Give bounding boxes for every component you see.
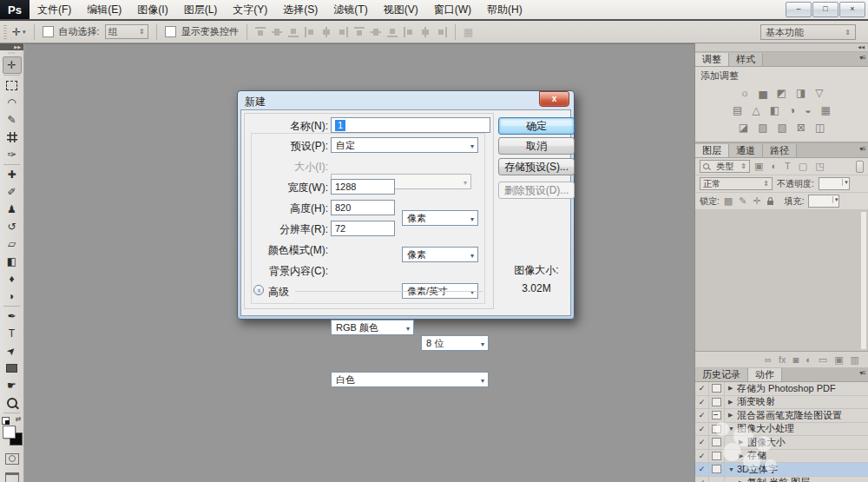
preset-dropdown[interactable]: 自定	[331, 137, 478, 153]
blur-tool[interactable]: ♦	[3, 270, 22, 287]
height-input[interactable]: 820	[331, 200, 395, 215]
action-dialog-toggle[interactable]	[709, 477, 725, 482]
background-dropdown[interactable]: 白色	[331, 372, 489, 387]
filter-smart-objects-icon[interactable]: ◳	[815, 162, 824, 171]
color-mode-dropdown[interactable]: RGB 颜色	[331, 320, 414, 335]
eraser-tool[interactable]: ▱	[3, 235, 22, 253]
quick-mask-button[interactable]	[5, 453, 19, 465]
screen-mode-button[interactable]	[5, 472, 19, 482]
link-layers-icon[interactable]: ∞	[765, 355, 772, 365]
menu-item-8[interactable]: 窗口(W)	[426, 0, 479, 19]
panel-menu-icon[interactable]: ▾≡	[859, 145, 865, 153]
menu-item-0[interactable]: 文件(F)	[30, 0, 79, 19]
actions-tab-0[interactable]: 历史记录	[695, 368, 748, 381]
resolution-input[interactable]: 72	[331, 221, 395, 236]
adjustments-tab-0[interactable]: 调整	[695, 53, 729, 66]
layer-group-icon[interactable]: ▭	[819, 355, 827, 365]
action-include-check[interactable]: ✓	[695, 436, 709, 449]
path-selection-tool[interactable]: ➤	[3, 342, 22, 360]
action-row[interactable]: ✓▶渐变映射	[695, 396, 868, 410]
layers-tab-1[interactable]: 通道	[729, 144, 763, 157]
action-dialog-toggle[interactable]	[709, 409, 725, 422]
spot-healing-brush-tool[interactable]: ✚	[3, 166, 22, 183]
clone-stamp-tool[interactable]: ♟	[3, 201, 22, 218]
action-include-check[interactable]: ✓	[695, 409, 709, 422]
toolbar-grip[interactable]: ┉┉	[0, 50, 23, 56]
maximize-button[interactable]: □	[812, 2, 838, 17]
history-brush-tool[interactable]: ↺	[3, 218, 22, 235]
menu-item-5[interactable]: 选择(S)	[275, 0, 326, 19]
action-include-check[interactable]: ✓	[695, 463, 709, 476]
hand-tool[interactable]: ☛	[3, 377, 22, 394]
filter-toggle-switch[interactable]	[856, 161, 864, 173]
quick-selection-tool[interactable]: ✎	[3, 111, 22, 129]
move-tool-options-icon[interactable]: ✛ ▾	[12, 26, 26, 38]
advanced-expander-icon[interactable]: »	[253, 285, 264, 295]
menu-item-4[interactable]: 文字(Y)	[225, 0, 275, 19]
auto-select-dropdown[interactable]: 组 ⇕	[105, 24, 148, 39]
zoom-tool[interactable]	[3, 394, 22, 412]
menu-item-7[interactable]: 视图(V)	[376, 0, 426, 19]
width-unit-dropdown[interactable]: 像素	[402, 210, 478, 226]
layer-effects-icon[interactable]: fx	[779, 355, 786, 365]
color-swatches[interactable]: ⇄	[2, 417, 23, 446]
menu-item-1[interactable]: 编辑(E)	[79, 0, 129, 19]
action-dialog-toggle[interactable]	[709, 463, 725, 476]
filter-type-layers-icon[interactable]: T	[785, 162, 791, 171]
save-preset-button[interactable]: 存储预设(S)...	[498, 158, 575, 175]
minimize-button[interactable]: –	[786, 2, 812, 17]
menu-item-2[interactable]: 图像(I)	[129, 0, 175, 19]
blend-mode-dropdown[interactable]: 正常 ⇕	[700, 177, 773, 190]
filter-shape-layers-icon[interactable]: ▢	[799, 162, 807, 171]
collapse-arrow-icon[interactable]: ▼	[728, 466, 737, 472]
layers-tab-0[interactable]: 图层	[695, 144, 729, 157]
workspace-switcher[interactable]: 基本功能 ⇕	[760, 24, 856, 40]
collapse-panels-button[interactable]: ◀◀	[695, 43, 868, 52]
action-include-check[interactable]: ✓	[695, 396, 709, 409]
action-dialog-toggle[interactable]	[709, 382, 725, 395]
height-unit-dropdown[interactable]: 像素	[402, 247, 478, 262]
swap-colors-icon[interactable]: ⇄	[16, 415, 22, 423]
action-row[interactable]: ✓▶图像大小	[695, 436, 868, 450]
layer-mask-icon[interactable]: ◙	[792, 355, 799, 365]
dialog-title-bar[interactable]: 新建 x	[240, 94, 571, 109]
close-button[interactable]: ×	[839, 2, 865, 17]
action-row[interactable]: ✓▶存储	[695, 450, 868, 464]
lasso-tool[interactable]: ◠	[3, 94, 22, 111]
shape-tool[interactable]	[3, 360, 22, 377]
bit-depth-dropdown[interactable]: 8 位	[421, 335, 489, 351]
rectangular-marquee-tool[interactable]	[3, 76, 22, 94]
action-dialog-toggle[interactable]	[709, 396, 725, 409]
action-include-check[interactable]: ✓	[695, 382, 709, 395]
show-transform-checkbox[interactable]	[165, 26, 176, 37]
type-tool[interactable]: T	[3, 325, 22, 342]
gradient-tool[interactable]: ◧	[3, 253, 22, 270]
dodge-tool[interactable]: ◗	[3, 287, 22, 305]
name-input[interactable]: 1	[331, 117, 490, 133]
auto-select-checkbox[interactable]	[43, 26, 54, 37]
pen-tool[interactable]: ✒	[3, 307, 22, 325]
delete-layer-icon[interactable]: ▥	[851, 355, 859, 365]
action-row[interactable]: ✓▶混合器画笔克隆绘图设置	[695, 409, 868, 423]
action-include-check[interactable]: ✓	[695, 423, 709, 436]
expand-arrow-icon[interactable]: ▶	[728, 385, 737, 392]
layers-tab-2[interactable]: 路径	[763, 144, 797, 157]
default-colors-icon[interactable]	[2, 417, 10, 425]
panel-menu-icon[interactable]: ▾≡	[859, 54, 865, 62]
action-row[interactable]: ✓▶复制 当前 图层	[695, 477, 868, 482]
brush-tool[interactable]: ✐	[3, 183, 22, 201]
new-layer-icon[interactable]: ▣	[834, 355, 843, 365]
move-tool[interactable]: ✛	[3, 56, 22, 74]
filter-adjustment-layers-icon[interactable]: ◐	[771, 162, 777, 171]
dialog-close-button[interactable]: x	[539, 91, 569, 107]
toolbar-collapse-strip[interactable]: ▶▶	[0, 43, 23, 50]
action-dialog-toggle[interactable]	[709, 436, 725, 449]
crop-tool[interactable]	[3, 129, 22, 146]
action-include-check[interactable]: ✓	[695, 477, 709, 482]
menu-item-9[interactable]: 帮助(H)	[479, 0, 530, 19]
filter-kind-dropdown[interactable]: 类型 ⇕	[700, 160, 750, 173]
ok-button[interactable]: 确定	[498, 117, 575, 135]
actions-tab-1[interactable]: 动作	[748, 368, 782, 381]
foreground-color-swatch[interactable]	[3, 426, 16, 439]
panel-menu-icon[interactable]: ▾≡	[859, 369, 865, 377]
